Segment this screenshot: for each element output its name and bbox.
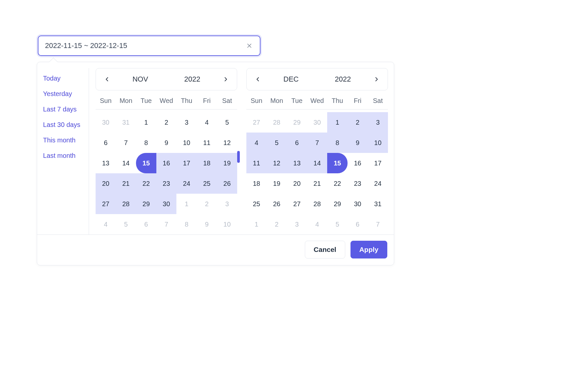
calendar-day[interactable]: 29 [136,194,156,214]
calendar-day[interactable]: 27 [287,194,307,214]
date-range-input[interactable]: 2022-11-15 ~ 2022-12-15 [38,36,260,56]
preset-item[interactable]: Last month [43,148,89,163]
calendar-day[interactable]: 20 [287,173,307,194]
calendar-day[interactable]: 30 [156,194,177,214]
calendar-day[interactable]: 5 [327,214,348,234]
preset-item[interactable]: This month [43,133,89,148]
calendar-day[interactable]: 20 [96,173,116,194]
calendar-day[interactable]: 4 [197,112,217,133]
calendar-day[interactable]: 18 [197,153,217,173]
calendar-day[interactable]: 16 [348,153,368,173]
calendar-day[interactable]: 11 [246,153,267,173]
calendar-day[interactable]: 21 [307,173,328,194]
calendar-day[interactable]: 3 [176,112,197,133]
calendar-day[interactable]: 13 [287,153,307,173]
calendar-day[interactable]: 30 [96,112,116,133]
cancel-button[interactable]: Cancel [305,241,345,258]
calendar-day[interactable]: 21 [116,173,136,194]
calendar-day[interactable]: 8 [176,214,197,234]
calendar-day[interactable]: 28 [307,194,328,214]
right-year-label[interactable]: 2022 [335,75,351,84]
calendar-day[interactable]: 27 [96,194,116,214]
calendar-day[interactable]: 8 [327,133,348,153]
calendar-day[interactable]: 15 [327,153,348,173]
calendar-day[interactable]: 4 [246,133,267,153]
calendar-day[interactable]: 5 [116,214,136,234]
clear-icon[interactable] [245,42,253,50]
calendar-day[interactable]: 27 [246,112,267,133]
calendar-day[interactable]: 7 [116,133,136,153]
calendar-day[interactable]: 3 [368,112,388,133]
calendar-day[interactable]: 17 [176,153,197,173]
calendar-day[interactable]: 19 [217,153,237,173]
left-year-label[interactable]: 2022 [184,75,200,84]
calendar-day[interactable]: 12 [267,153,287,173]
calendar-day[interactable]: 28 [267,112,287,133]
calendar-day[interactable]: 9 [156,133,177,153]
calendar-day[interactable]: 28 [116,194,136,214]
calendar-day[interactable]: 26 [267,194,287,214]
preset-item[interactable]: Today [43,71,89,86]
calendar-day[interactable]: 30 [307,112,328,133]
calendar-day[interactable]: 6 [287,133,307,153]
calendar-day[interactable]: 24 [176,173,197,194]
preset-item[interactable]: Last 30 days [43,117,89,133]
calendar-day[interactable]: 2 [197,194,217,214]
right-month-label[interactable]: DEC [283,75,299,84]
calendar-day[interactable]: 19 [267,173,287,194]
calendar-day[interactable]: 4 [307,214,328,234]
calendar-day[interactable]: 22 [136,173,156,194]
preset-item[interactable]: Yesterday [43,86,89,102]
calendar-day[interactable]: 15 [136,153,156,173]
calendar-day[interactable]: 9 [348,133,368,153]
calendar-day[interactable]: 31 [368,194,388,214]
calendar-day[interactable]: 25 [197,173,217,194]
calendar-day[interactable]: 26 [217,173,237,194]
preset-item[interactable]: Last 7 days [43,102,89,117]
calendar-day[interactable]: 24 [368,173,388,194]
calendar-day[interactable]: 10 [368,133,388,153]
calendar-day[interactable]: 5 [267,133,287,153]
calendar-day[interactable]: 31 [116,112,136,133]
calendar-day[interactable]: 14 [307,153,328,173]
calendar-day[interactable]: 18 [246,173,267,194]
calendar-day[interactable]: 23 [348,173,368,194]
calendar-day[interactable]: 6 [348,214,368,234]
calendar-day[interactable]: 13 [96,153,116,173]
calendar-day[interactable]: 2 [267,214,287,234]
calendar-day[interactable]: 3 [217,194,237,214]
calendar-day[interactable]: 22 [327,173,348,194]
prev-month-icon[interactable] [101,73,113,85]
calendar-day[interactable]: 17 [368,153,388,173]
calendar-day[interactable]: 30 [348,194,368,214]
calendar-day[interactable]: 1 [246,214,267,234]
calendar-day[interactable]: 10 [217,214,237,234]
calendar-day[interactable]: 8 [136,133,156,153]
calendar-day[interactable]: 14 [116,153,136,173]
calendar-day[interactable]: 7 [307,133,328,153]
calendar-day[interactable]: 11 [197,133,217,153]
apply-button[interactable]: Apply [351,241,387,258]
calendar-day[interactable]: 12 [217,133,237,153]
calendar-day[interactable]: 1 [136,112,156,133]
calendar-day[interactable]: 16 [156,153,177,173]
calendar-day[interactable]: 2 [156,112,177,133]
left-month-label[interactable]: NOV [132,75,148,84]
next-month-icon[interactable] [220,73,232,85]
next-month-icon[interactable] [371,73,382,85]
calendar-day[interactable]: 25 [246,194,267,214]
calendar-day[interactable]: 1 [176,194,197,214]
calendar-day[interactable]: 3 [287,214,307,234]
calendar-day[interactable]: 29 [327,194,348,214]
calendar-day[interactable]: 7 [368,214,388,234]
calendar-day[interactable]: 23 [156,173,177,194]
prev-month-icon[interactable] [252,73,264,85]
calendar-day[interactable]: 10 [176,133,197,153]
calendar-day[interactable]: 2 [348,112,368,133]
calendar-day[interactable]: 1 [327,112,348,133]
calendar-day[interactable]: 6 [136,214,156,234]
calendar-day[interactable]: 6 [96,133,116,153]
calendar-day[interactable]: 9 [197,214,217,234]
calendar-day[interactable]: 5 [217,112,237,133]
calendar-day[interactable]: 29 [287,112,307,133]
